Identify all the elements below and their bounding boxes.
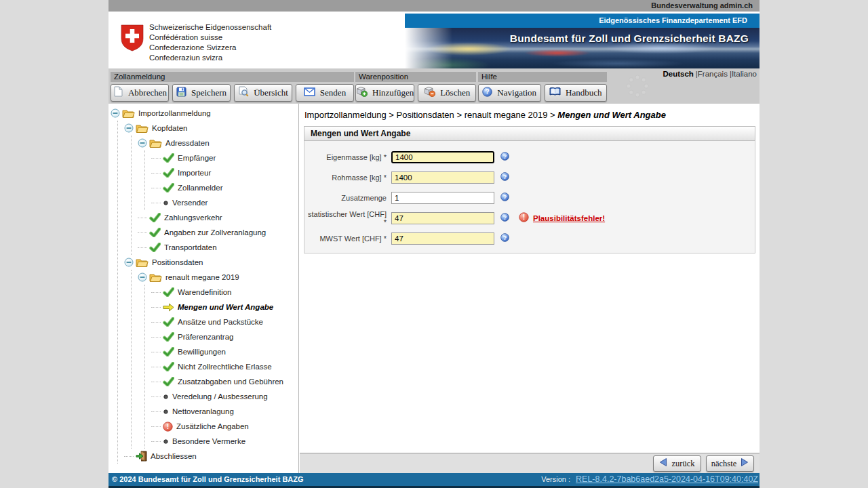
delete-position-button[interactable]: Löschen: [418, 84, 476, 102]
zusatzmenge-input[interactable]: [391, 192, 494, 204]
field-label: Rohmasse [kg] *: [304, 174, 391, 182]
language-link-it[interactable]: |Italiano: [730, 70, 757, 78]
tree-item-label: Ansätze und Packstücke: [178, 318, 263, 326]
next-button[interactable]: nächste: [706, 455, 754, 472]
form-panel: Mengen und Wert Angabe Eigenmasse [kg] *…: [304, 126, 755, 253]
version-label: Version :: [541, 475, 570, 483]
tree-item[interactable]: Warendefinition: [151, 285, 298, 300]
office-title: Bundesamt für Zoll und Grenzsicherheit B…: [510, 33, 749, 45]
rohmasse-input[interactable]: [391, 171, 494, 184]
version-link[interactable]: REL-8.4.2-7bab6aed2a5-2024-04-16T09:40:4…: [576, 474, 758, 484]
minus-toggle-icon[interactable]: [124, 123, 134, 133]
tree-item[interactable]: Ansätze und Packstücke: [151, 314, 298, 329]
tree-item[interactable]: Positionsdaten: [124, 255, 298, 270]
handbook-button[interactable]: Handbuch: [545, 84, 608, 102]
tree-item[interactable]: Adressdaten: [138, 136, 298, 150]
back-button[interactable]: zurück: [653, 455, 701, 472]
save-icon: [176, 87, 186, 100]
eigenmasse-input[interactable]: [391, 151, 494, 163]
open-folder-icon: [149, 138, 162, 148]
tree-node: Importeur: [151, 165, 298, 180]
add-position-button[interactable]: Hinzufügen: [355, 84, 414, 102]
tree-item[interactable]: Angaben zur Zollveranlagung: [138, 225, 298, 240]
tree-node: Abschliessen: [124, 449, 298, 464]
tree-node: renault megane 2019WarendefinitionMengen…: [138, 270, 298, 449]
language-current[interactable]: Deutsch: [663, 70, 693, 78]
tree-item[interactable]: Mengen und Wert Angabe: [151, 300, 298, 314]
tree-item-label: Adressdaten: [165, 139, 210, 147]
overview-button[interactable]: Übersicht: [234, 84, 292, 102]
field-label: Zusatzmenge: [304, 194, 391, 202]
tree-item[interactable]: Nicht Zollrechtliche Erlasse: [151, 359, 298, 374]
tree-item[interactable]: Nettoveranlagung: [151, 404, 298, 419]
field-error-text[interactable]: Plausibilitätsfehler!: [533, 214, 605, 222]
tree-item[interactable]: Besondere Vermerke: [151, 434, 298, 449]
tree-item[interactable]: Zollanmelder: [151, 180, 298, 195]
tree-item[interactable]: Bewilligungen: [151, 344, 298, 359]
tree-item-label: Zahlungsverkehr: [164, 214, 222, 222]
tree-node: Nicht Zollrechtliche Erlasse: [151, 359, 298, 374]
statistischer-wert-input[interactable]: [391, 212, 494, 224]
tree-item-label: Veredelung / Ausbesserung: [172, 392, 268, 401]
package-add-icon: [356, 86, 368, 100]
help-icon[interactable]: ?: [500, 151, 509, 163]
tree-item[interactable]: Veredelung / Ausbesserung: [151, 389, 298, 404]
tree-node: Mengen und Wert Angabe: [151, 300, 298, 314]
tree-item[interactable]: !Zusätzliche Angaben: [151, 419, 298, 434]
toolbar-group-label: Zollanmeldung: [111, 72, 354, 82]
mwst-wert-input[interactable]: [391, 232, 494, 245]
svg-text:!: !: [523, 213, 526, 221]
button-label: Abbrechen: [128, 87, 167, 98]
tree-item[interactable]: Importeur: [151, 165, 298, 180]
check-icon: [163, 362, 174, 371]
tree-item[interactable]: Präferenzantrag: [151, 329, 298, 344]
minus-toggle-icon[interactable]: [124, 258, 134, 267]
bullet-icon: [163, 439, 169, 445]
toolbar-group: Hilfe?NavigationHandbuch: [478, 72, 607, 102]
navigation-button[interactable]: ?Navigation: [478, 84, 541, 102]
tree-item[interactable]: Zusatzabgaben und Gebühren: [151, 374, 298, 389]
help-icon[interactable]: ?: [500, 212, 509, 224]
tree-item[interactable]: Empfänger: [151, 150, 298, 165]
tree-node: Positionsdatenrenault megane 2019Warende…: [124, 255, 298, 449]
save-button[interactable]: Speichern: [172, 84, 231, 102]
tree-item-label: Abschliessen: [151, 452, 197, 460]
tree-item[interactable]: Zahlungsverkehr: [138, 210, 298, 225]
bullet-icon: [163, 200, 169, 206]
logo-line: Schweizerische Eidgenossenschaft: [149, 22, 271, 33]
minus-toggle-icon[interactable]: [111, 108, 120, 118]
tree-item[interactable]: Versender: [151, 195, 298, 210]
minus-toggle-icon[interactable]: [138, 138, 147, 148]
check-icon: [163, 183, 174, 192]
help-icon[interactable]: ?: [500, 171, 509, 184]
admin-ch-bar: Bundesverwaltung admin.ch: [108, 0, 760, 12]
help-icon[interactable]: ?: [500, 232, 509, 245]
send-button[interactable]: Senden: [296, 84, 354, 102]
tree-item[interactable]: Kopfdaten: [124, 121, 298, 136]
tree-item[interactable]: renault megane 2019: [138, 270, 298, 285]
form-row: Eigenmasse [kg] *?: [304, 147, 755, 167]
tree-item[interactable]: Importzollanmeldung: [111, 106, 298, 121]
tree-item[interactable]: Abschliessen: [124, 449, 298, 464]
language-link-fr[interactable]: |Français: [696, 70, 728, 78]
next-arrow-icon: [741, 458, 749, 470]
check-icon: [163, 153, 174, 163]
tree-item-label: Versender: [172, 199, 208, 207]
cancel-button[interactable]: Abbrechen: [111, 84, 169, 102]
loading-spinner-icon: [625, 74, 650, 101]
tree-item-label: Besondere Vermerke: [172, 437, 245, 445]
breadcrumb-part: Importzollanmeldung: [304, 110, 387, 120]
toolbar-strip: ZollanmeldungAbbrechenSpeichernÜbersicht…: [108, 68, 760, 104]
minus-toggle-icon[interactable]: [138, 272, 147, 282]
error-icon: !: [163, 422, 173, 432]
tree-node: Bewilligungen: [151, 344, 298, 359]
help-icon[interactable]: ?: [500, 192, 509, 204]
navigation-help-icon: ?: [482, 87, 492, 100]
check-icon: [149, 243, 161, 252]
check-icon: [149, 228, 161, 237]
check-icon: [163, 347, 174, 357]
tree-node: KopfdatenAdressdatenEmpfängerImporteurZo…: [124, 121, 298, 255]
confederation-wordmark: Schweizerische Eidgenossenschaft Confédé…: [149, 22, 271, 63]
department-bar: Eidgenössisches Finanzdepartement EFD: [405, 14, 760, 28]
tree-item[interactable]: Transportdaten: [138, 240, 298, 255]
